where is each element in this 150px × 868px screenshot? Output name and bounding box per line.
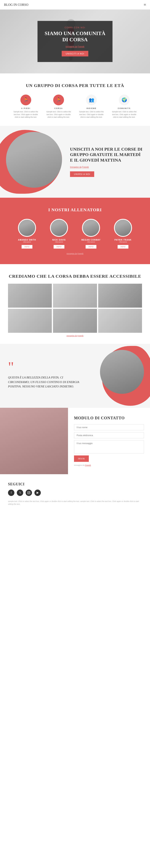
join-person-bg xyxy=(6,132,62,188)
trainer-card-2: MEGAN CONWAY Allenatore Info xyxy=(77,219,105,249)
navigation: BLOG IN CORSO ≡ xyxy=(0,0,150,9)
contact-title: MODULO DI CONTATTO xyxy=(74,416,144,420)
contact-name-input[interactable] xyxy=(74,424,144,430)
trainers-grid: AMANDA SMITH Allenatore Info NICK DAVIS … xyxy=(8,219,142,249)
hero-eyebrow: CORRI CON NOI xyxy=(44,27,106,29)
trainers-title: I NOSTRI ALLENATORI xyxy=(8,207,142,213)
social-icons-row: f 𝕏 ▶ xyxy=(8,490,142,496)
join-subtitle: Immagine da Freepik xyxy=(70,166,144,168)
hero-cta-button[interactable]: UNISCITI A NOI xyxy=(62,51,89,57)
join-section: UNISCITI A NOI PER LE CORSE DI GRUPPO GR… xyxy=(0,126,150,198)
hero-title: SIAMO UNA COMUNITÀ DI CORSA xyxy=(44,30,106,43)
trainer-role-1: Allenatore xyxy=(45,241,73,243)
accessible-image-credit: Immagine da Freepik xyxy=(8,335,142,337)
features-grid: 🏃 A PIEDI Sample text. Click to select t… xyxy=(8,95,142,119)
trainer-card-3: PATRIK FRANK Allenatore Info xyxy=(109,219,137,249)
quote-person-bg xyxy=(100,350,144,394)
trainer-card-1: NICK DAVIS Allenatore Info xyxy=(45,219,73,249)
photo-cell-2 xyxy=(53,284,97,308)
accessible-section: CREDIAMO CHE LA CORSA DEBBA ESSERE ACCES… xyxy=(0,264,150,344)
trainer-role-3: Allenatore xyxy=(109,241,137,243)
feature-label-1: CORSA xyxy=(45,107,73,109)
quote-text: QUESTA È LA BELLEZZA DELLA PISTA. CI CIR… xyxy=(8,375,84,389)
group-section-title: UN GRUPPO DI CORSA PER TUTTE LE ETÀ xyxy=(8,83,142,88)
trainer-name-0: AMANDA SMITH xyxy=(13,239,41,241)
feature-label-2: INSIEME xyxy=(77,107,105,109)
feature-label-3: COMUNITÀ xyxy=(110,107,138,109)
contact-email-input[interactable] xyxy=(74,432,144,438)
feature-insieme: 👥 INSIEME Sample text. Click to select t… xyxy=(77,95,105,119)
trainers-image-credit: Immagine da Freepik xyxy=(8,253,142,254)
feature-icon-community: 🌍 xyxy=(119,95,130,105)
instagram-icon[interactable] xyxy=(26,490,32,496)
follow-section: SEGUICI f 𝕏 ▶ sample text. Click to sele… xyxy=(0,474,150,514)
feature-desc-1: Sample text. Click to select the text bo… xyxy=(45,111,73,119)
trainer-name-1: NICK DAVIS xyxy=(45,239,73,241)
contact-image-credit: Immagine da Freepik xyxy=(74,464,144,466)
footer-text: sample text. Click to select the text bo… xyxy=(8,500,142,506)
join-title: UNISCITI A NOI PER LE CORSE DI GRUPPO GR… xyxy=(70,147,144,163)
hero-subtitle: Immagine da Freepik xyxy=(44,45,106,48)
nav-logo: BLOG IN CORSO xyxy=(4,3,28,7)
svg-point-8 xyxy=(29,492,30,492)
trainers-section: I NOSTRI ALLENATORI AMANDA SMITH Allenat… xyxy=(0,198,150,264)
contact-message-input[interactable] xyxy=(74,440,144,454)
contact-submit-button[interactable]: INVIA xyxy=(74,456,89,462)
trainer-role-0: Allenatore xyxy=(13,241,41,243)
quotation-mark-icon: " xyxy=(8,363,84,371)
trainer-info-btn-3[interactable]: Info xyxy=(118,245,128,249)
svg-point-7 xyxy=(28,492,30,493)
trainer-info-btn-1[interactable]: Info xyxy=(54,245,65,249)
photo-cell-6 xyxy=(98,309,142,333)
contact-form: INVIA xyxy=(74,424,144,462)
feature-corsa: 🏃 CORSA Sample text. Click to select the… xyxy=(45,95,73,119)
trainer-avatar-1 xyxy=(50,219,68,237)
quote-section: " QUESTA È LA BELLEZZA DELLA PISTA. CI C… xyxy=(0,344,150,408)
hero-section: CORRI CON NOI SIAMO UNA COMUNITÀ DI CORS… xyxy=(0,9,150,73)
feature-a-piedi: 🏃 A PIEDI Sample text. Click to select t… xyxy=(12,95,40,119)
trainer-name-3: PATRIK FRANK xyxy=(109,239,137,241)
feature-icon-group: 👥 xyxy=(86,95,97,105)
twitter-icon[interactable]: 𝕏 xyxy=(17,490,23,496)
trainer-avatar-2 xyxy=(82,219,100,237)
join-person-image xyxy=(6,132,62,188)
hamburger-icon[interactable]: ≡ xyxy=(144,2,146,7)
feature-desc-0: Sample text. Click to select the text bo… xyxy=(12,111,40,119)
feature-desc-3: Sample text. Click to select the text bo… xyxy=(110,111,138,119)
photo-cell-4 xyxy=(8,309,52,333)
quote-content: " QUESTA È LA BELLEZZA DELLA PISTA. CI C… xyxy=(8,363,84,389)
feature-comunita: 🌍 COMUNITÀ Sample text. Click to select … xyxy=(110,95,138,119)
quote-person-image xyxy=(100,350,144,394)
photo-grid-top xyxy=(8,284,142,308)
group-section: UN GRUPPO DI CORSA PER TUTTE LE ETÀ 🏃 A … xyxy=(0,73,150,126)
contact-form-area: MODULO DI CONTATTO INVIA Immagine da Fre… xyxy=(68,408,150,474)
photo-cell-5 xyxy=(53,309,97,333)
trainer-role-2: Allenatore xyxy=(77,241,105,243)
join-content: UNISCITI A NOI PER LE CORSE DI GRUPPO GR… xyxy=(66,138,150,185)
facebook-icon[interactable]: f xyxy=(8,490,15,496)
join-cta-button[interactable]: UNIRSI A NOI xyxy=(70,172,94,177)
feature-icon-running: 🏃 xyxy=(53,95,64,105)
follow-title: SEGUICI xyxy=(8,482,142,486)
feature-icon-walking: 🏃 xyxy=(20,95,31,105)
accessible-title: CREDIAMO CHE LA CORSA DEBBA ESSERE ACCES… xyxy=(8,274,142,279)
contact-section: MODULO DI CONTATTO INVIA Immagine da Fre… xyxy=(0,408,150,474)
photo-cell-1 xyxy=(8,284,52,308)
contact-left-image xyxy=(0,408,68,474)
photo-grid-bottom xyxy=(8,309,142,333)
contact-bg-image xyxy=(0,408,68,474)
feature-label-0: A PIEDI xyxy=(12,107,40,109)
trainer-name-2: MEGAN CONWAY xyxy=(77,239,105,241)
photo-cell-3 xyxy=(98,284,142,308)
feature-desc-2: Sample text. Click to select the text bo… xyxy=(77,111,105,119)
hero-content: CORRI CON NOI SIAMO UNA COMUNITÀ DI CORS… xyxy=(38,21,112,62)
svg-rect-6 xyxy=(27,491,30,494)
trainer-info-btn-0[interactable]: Info xyxy=(22,245,32,249)
trainer-avatar-0 xyxy=(18,219,36,237)
trainer-info-btn-2[interactable]: Info xyxy=(85,245,96,249)
trainer-avatar-3 xyxy=(114,219,132,237)
trainer-card-0: AMANDA SMITH Allenatore Info xyxy=(13,219,41,249)
youtube-icon[interactable]: ▶ xyxy=(34,490,41,496)
